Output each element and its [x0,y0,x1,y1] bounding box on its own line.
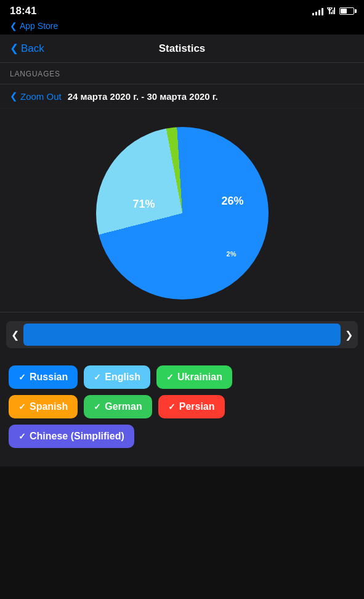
scroll-area: ❮ ❯ [0,312,364,357]
status-bar: 18:41 📶︎ [0,0,364,20]
tag-english[interactable]: ✓ English [84,365,150,389]
zoom-date-range: 24 марта 2020 г. - 30 марта 2020 г. [68,91,218,102]
section-header: LANGUAGES [0,63,364,84]
scroll-left-icon[interactable]: ❮ [11,329,19,341]
appstore-label[interactable]: App Store [20,21,58,31]
check-icon: ✓ [94,402,101,412]
tag-persian-label: Persian [179,401,215,412]
appstore-back-chevron: ❮ [10,21,17,31]
tag-german-label: German [105,401,142,412]
tag-ukrainian-label: Ukrainian [177,372,222,383]
check-icon: ✓ [94,372,101,382]
check-icon: ✓ [18,431,26,441]
tag-spanish[interactable]: ✓ Spanish [9,395,78,418]
tags-area: ✓ Russian ✓ English ✓ Ukrainian ✓ Spanis… [0,357,364,467]
tag-chinese-simplified[interactable]: ✓ Chinese (Simplified) [9,425,134,448]
tags-row-2: ✓ Spanish ✓ German ✓ Persian [9,395,355,418]
status-time: 18:41 [10,5,36,17]
tag-russian-label: Russian [30,372,68,383]
scroll-thumb[interactable] [23,324,341,346]
tag-english-label: English [105,372,140,383]
zoom-out-button[interactable]: ❮ Zoom Out [10,91,62,102]
check-icon: ✓ [166,372,174,382]
check-icon: ✓ [18,372,26,382]
tags-row-1: ✓ Russian ✓ English ✓ Ukrainian [9,365,355,389]
chart-area: 71% 26% 2% [0,108,364,312]
tag-russian[interactable]: ✓ Russian [9,365,78,389]
tag-persian[interactable]: ✓ Persian [158,395,225,418]
battery-icon [339,7,354,15]
zoom-out-label: Zoom Out [20,91,62,102]
tag-ukrainian[interactable]: ✓ Ukrainian [156,365,232,389]
appstore-bar: ❮ App Store [0,20,364,35]
check-icon: ✓ [168,402,176,412]
wifi-icon: 📶︎ [327,6,336,16]
back-button[interactable]: ❮ Back [10,42,59,55]
signal-icon [312,7,323,15]
tags-row-3: ✓ Chinese (Simplified) [9,425,355,448]
pie-conic [96,127,269,300]
scroll-right-icon[interactable]: ❯ [345,329,353,341]
page-title: Statistics [59,43,305,55]
section-label: LANGUAGES [10,70,60,78]
back-chevron-icon: ❮ [10,42,18,55]
tag-spanish-label: Spanish [30,401,68,412]
check-icon: ✓ [18,402,26,412]
scroll-track[interactable]: ❮ ❯ [6,321,358,348]
pie-chart: 71% 26% 2% [96,127,269,300]
nav-bar: ❮ Back Statistics [0,35,364,63]
tag-german[interactable]: ✓ German [84,395,152,418]
back-label: Back [21,43,44,55]
zoom-bar: ❮ Zoom Out 24 марта 2020 г. - 30 марта 2… [0,84,364,108]
zoom-chevron-icon: ❮ [10,91,18,102]
status-icons: 📶︎ [312,6,354,16]
tag-chinese-simplified-label: Chinese (Simplified) [30,431,124,442]
